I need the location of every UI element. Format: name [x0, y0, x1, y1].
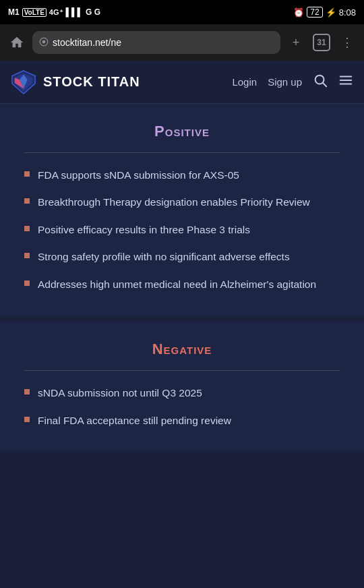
list-item: Strong safety profile with no significan… [24, 249, 340, 264]
negative-divider [24, 370, 340, 371]
bullet-text: Strong safety profile with no significan… [38, 249, 290, 264]
bullet-text: sNDA submission not until Q3 2025 [38, 386, 202, 401]
svg-point-1 [42, 40, 46, 43]
more-options-button[interactable]: ⋮ [337, 32, 357, 53]
bullet-text: Positive efficacy results in three Phase… [38, 223, 250, 237]
carrier-label: M1 [8, 7, 20, 17]
bullet-icon [24, 417, 30, 422]
bullet-text: Breakthrough Therapy designation enables… [38, 195, 310, 210]
menu-button[interactable] [338, 73, 353, 91]
battery-level: 72 [307, 7, 322, 18]
bullet-icon [24, 253, 30, 258]
status-left: M1 VoLTE 4G⁺ ▌▌▌ G G [8, 7, 100, 17]
bullet-icon [24, 198, 30, 204]
bullet-icon [24, 281, 30, 286]
bullet-icon [24, 226, 30, 231]
list-item: Final FDA acceptance still pending revie… [24, 413, 340, 428]
list-item: Breakthrough Therapy designation enables… [24, 195, 340, 210]
home-button[interactable] [7, 32, 27, 53]
list-item: Positive efficacy results in three Phase… [24, 223, 340, 237]
new-tab-button[interactable]: + [286, 32, 306, 53]
browser-actions: + 31 ⋮ [286, 32, 357, 53]
browser-chrome: stocktitan.net/ne + 31 ⋮ [0, 24, 364, 61]
login-link[interactable]: Login [232, 76, 257, 88]
list-item: FDA supports sNDA submission for AXS-05 [24, 168, 340, 183]
volte-icon: VoLTE [22, 8, 47, 17]
negative-section: Negative sNDA submission not until Q3 20… [0, 322, 364, 455]
nav-header: STOCK TITAN Login Sign up [0, 61, 364, 104]
list-item: sNDA submission not until Q3 2025 [24, 386, 340, 401]
negative-title: Negative [24, 341, 340, 358]
address-bar[interactable]: stocktitan.net/ne [32, 31, 280, 54]
status-bar: M1 VoLTE 4G⁺ ▌▌▌ G G ⏰ 72 ⚡ 8:08 [0, 0, 364, 24]
network-icon: 4G⁺ [49, 8, 63, 17]
list-item: Addresses high unmet medical need in Alz… [24, 277, 340, 292]
main-content: Positive FDA supports sNDA submission fo… [0, 104, 364, 455]
positive-divider [24, 152, 340, 153]
charging-icon: ⚡ [326, 7, 336, 18]
signal-icon: ▌▌▌ [66, 7, 84, 17]
logo-area: STOCK TITAN [11, 69, 232, 95]
wifi-g-icon: G G [86, 7, 100, 17]
nav-links: Login Sign up [232, 73, 353, 91]
logo-icon [11, 69, 36, 95]
logo-text: STOCK TITAN [43, 74, 140, 90]
positive-section: Positive FDA supports sNDA submission fo… [0, 104, 364, 319]
alarm-icon: ⏰ [293, 7, 304, 18]
clock: 8:08 [339, 7, 356, 18]
bullet-text: Final FDA acceptance still pending revie… [38, 413, 231, 428]
positive-title: Positive [24, 123, 340, 140]
negative-bullet-list: sNDA submission not until Q3 2025 Final … [24, 386, 340, 428]
security-icon [39, 37, 49, 49]
svg-line-7 [323, 83, 326, 86]
positive-bullet-list: FDA supports sNDA submission for AXS-05 … [24, 168, 340, 292]
status-right: ⏰ 72 ⚡ 8:08 [293, 7, 356, 18]
bullet-icon [24, 171, 30, 177]
tab-count[interactable]: 31 [313, 34, 330, 51]
bullet-icon [24, 389, 30, 394]
search-button[interactable] [313, 73, 328, 91]
address-text: stocktitan.net/ne [53, 37, 274, 48]
bullet-text: Addresses high unmet medical need in Alz… [38, 277, 316, 292]
bullet-text: FDA supports sNDA submission for AXS-05 [38, 168, 239, 183]
signup-link[interactable]: Sign up [268, 76, 302, 88]
